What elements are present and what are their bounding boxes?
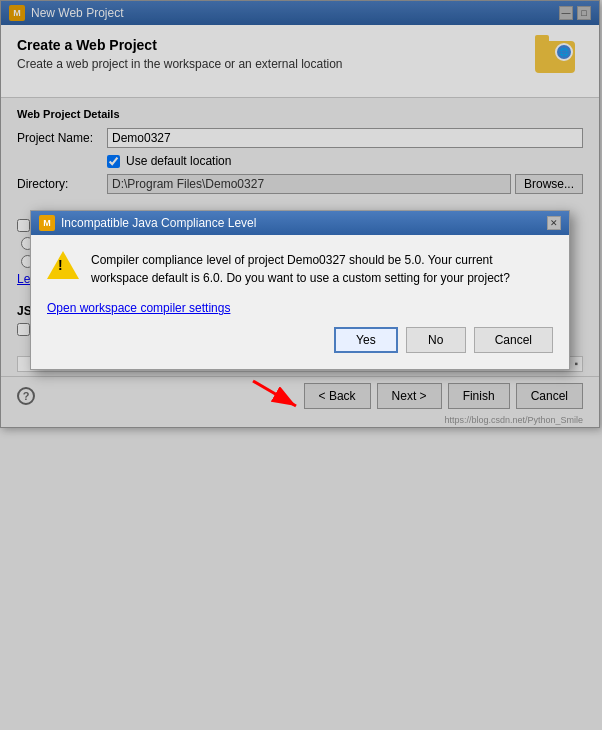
warning-icon — [47, 251, 79, 283]
yes-button[interactable]: Yes — [334, 327, 398, 353]
warning-triangle — [47, 251, 79, 279]
modal-cancel-button[interactable]: Cancel — [474, 327, 553, 353]
modal-window-icon: M — [39, 215, 55, 231]
modal-title-left: M Incompatible Java Compliance Level — [39, 215, 256, 231]
modal-title: Incompatible Java Compliance Level — [61, 216, 256, 230]
modal-title-bar: M Incompatible Java Compliance Level ✕ — [31, 211, 569, 235]
modal-content: Compiler compliance level of project Dem… — [31, 235, 569, 369]
open-workspace-compiler-link[interactable]: Open workspace compiler settings — [47, 301, 553, 315]
no-button[interactable]: No — [406, 327, 466, 353]
modal-close-button[interactable]: ✕ — [547, 216, 561, 230]
modal-title-controls: ✕ — [547, 216, 561, 230]
modal-message-row: Compiler compliance level of project Dem… — [47, 251, 553, 287]
incompatible-java-dialog: M Incompatible Java Compliance Level ✕ C… — [30, 210, 570, 370]
modal-message-text: Compiler compliance level of project Dem… — [91, 251, 553, 287]
modal-buttons: Yes No Cancel — [47, 327, 553, 353]
